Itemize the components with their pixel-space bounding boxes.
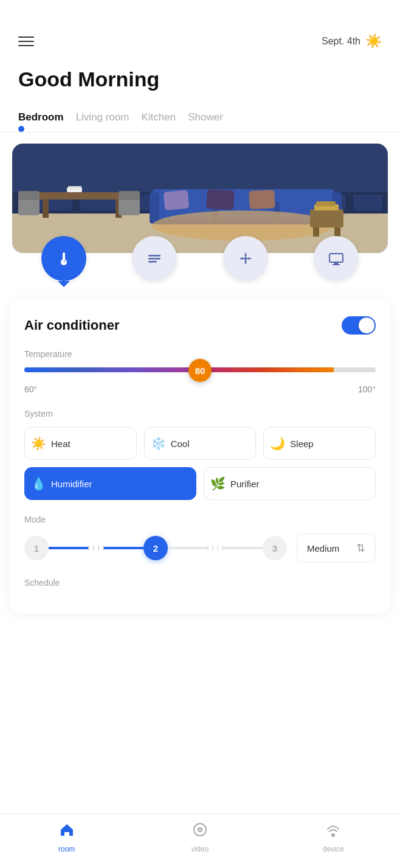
svg-rect-31 [313,227,319,237]
mode-select-arrow-icon: ⇅ [356,541,365,555]
svg-text:°: ° [63,260,65,265]
sleep-label: Sleep [290,439,313,449]
bottom-nav: room video device [0,813,400,868]
svg-rect-28 [249,190,275,209]
heat-label: Heat [51,439,71,449]
nav-device-label: device [323,845,344,853]
cool-label: Cool [171,439,190,449]
temp-min: 60° [24,384,37,394]
ac-toggle[interactable] [342,316,376,335]
monitor-button[interactable] [314,236,359,281]
header: Sept. 4th ☀️ [0,0,400,61]
mode-line-2 [104,547,143,549]
greeting-text: Good Morning [18,68,382,91]
system-label: System [24,409,376,418]
svg-rect-26 [164,190,189,210]
ac-header: Air conditioner [24,316,376,335]
svg-rect-43 [334,262,338,264]
ac-title: Air conditioner [24,318,119,333]
svg-rect-18 [68,186,81,188]
svg-rect-9 [353,194,383,211]
mode-slider-row: 1 2 [24,533,376,563]
menu-button[interactable] [18,36,34,46]
fan-button[interactable] [223,236,268,281]
svg-rect-32 [334,227,340,237]
schedule-label: Schedule [24,578,376,588]
tab-bedroom[interactable]: Bedroom [18,106,76,132]
system-section: System ☀️ Heat ❄️ Cool 🌙 Sleep 💧 H [24,409,376,500]
nav-video-label: video [191,845,209,853]
mode-level-2[interactable]: 2 [143,536,168,560]
mode-line-1 [49,547,88,549]
greeting-section: Good Morning [0,61,400,106]
system-btn-heat[interactable]: ☀️ Heat [24,427,137,460]
svg-point-41 [244,257,247,260]
tab-living-room[interactable]: Living room [76,106,142,132]
temperature-section: Temperature 80 60° 100° [24,349,376,394]
system-btn-cool[interactable]: ❄️ Cool [144,427,257,460]
system-options-row1: ☀️ Heat ❄️ Cool 🌙 Sleep [24,427,376,460]
svg-rect-44 [333,264,340,265]
svg-rect-17 [67,187,82,192]
mode-level-3[interactable]: 3 [263,536,287,560]
mode-dots: 1 2 [24,536,287,560]
humidifier-label: Humidifier [51,479,92,489]
mode-track-container: 1 2 [24,533,287,563]
thermometer-button[interactable]: ° [41,236,86,281]
toggle-knob [359,318,374,333]
purifier-icon: 🌿 [210,476,226,491]
header-date-weather: Sept. 4th ☀️ [322,33,382,49]
temperature-label: Temperature [24,349,376,359]
temperature-track: 80 [24,367,376,372]
airflow-button[interactable] [132,236,177,281]
tab-shower[interactable]: Shower [188,106,235,132]
svg-rect-48 [331,833,335,837]
svg-rect-40 [148,261,157,263]
mode-line-4 [223,547,263,549]
weather-icon: ☀️ [365,33,382,49]
mode-line-3 [168,547,207,549]
temperature-slider[interactable]: 80 [24,367,376,372]
svg-rect-39 [148,258,160,260]
svg-rect-11 [43,200,49,218]
svg-rect-38 [148,255,160,257]
cool-icon: ❄️ [151,436,166,451]
date-label: Sept. 4th [322,36,360,47]
svg-rect-30 [310,209,343,227]
svg-point-47 [199,829,201,831]
mode-section: Mode 1 [24,515,376,563]
system-btn-purifier[interactable]: 🌿 Purifier [204,467,376,500]
heat-icon: ☀️ [31,436,46,451]
tab-active-indicator [18,126,24,132]
device-icons-row: ° [0,236,400,281]
svg-rect-16 [119,191,140,200]
main-card: Air conditioner Temperature 80 60° 100° [9,299,391,613]
system-btn-sleep[interactable]: 🌙 Sleep [263,427,376,460]
mode-label: Mode [24,515,376,524]
svg-rect-10 [30,192,128,200]
system-options-row2: 💧 Humidifier 🌿 Purifier [24,467,376,500]
video-icon [191,821,209,842]
room-tabs: Bedroom Living room Kitchen Shower [0,106,400,133]
system-btn-humidifier[interactable]: 💧 Humidifier [24,467,196,500]
svg-rect-34 [316,201,336,206]
mode-select-value: Medium [307,543,339,554]
svg-rect-42 [329,254,343,262]
temperature-labels: 60° 100° [24,384,376,394]
mode-select[interactable]: Medium ⇅ [297,533,376,563]
nav-room-label: room [58,845,75,853]
nav-room[interactable]: room [0,821,133,853]
schedule-section: Schedule [24,578,376,588]
nav-device[interactable]: device [267,821,400,853]
temp-max: 100° [358,384,376,394]
tab-kitchen[interactable]: Kitchen [142,106,188,132]
humidifier-icon: 💧 [31,476,46,491]
nav-video[interactable]: video [133,821,266,853]
temperature-thumb[interactable]: 80 [188,359,212,382]
svg-rect-14 [18,191,40,200]
svg-rect-24 [150,192,159,224]
mode-level-1[interactable]: 1 [24,536,49,560]
device-icon [325,821,342,842]
svg-rect-27 [206,189,235,210]
room-icon [58,821,75,842]
